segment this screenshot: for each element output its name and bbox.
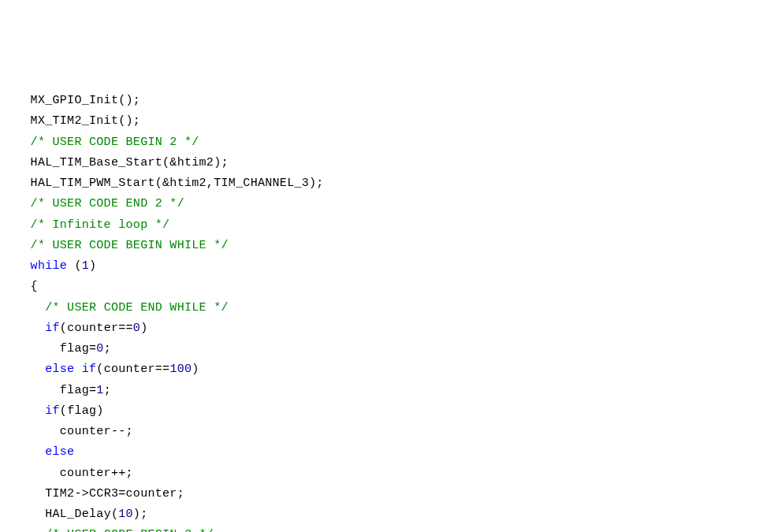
indent xyxy=(16,218,31,232)
number-token: 0 xyxy=(96,342,103,355)
code-line: TIM2->CCR3=counter; xyxy=(16,484,762,504)
number-token: 100 xyxy=(169,363,192,376)
plain-token: ; xyxy=(104,384,111,397)
indent xyxy=(16,259,31,273)
code-line: counter++; xyxy=(16,463,762,484)
comment-token: /* USER CODE BEGIN 2 */ xyxy=(31,136,199,149)
keyword-token: else xyxy=(45,363,74,376)
code-line: /* Infinite loop */ xyxy=(16,215,762,236)
plain-token: counter--; xyxy=(60,425,133,438)
plain-token: ( xyxy=(67,259,82,273)
plain-token: flag= xyxy=(60,342,97,355)
keyword-token: else xyxy=(45,445,74,459)
plain-token xyxy=(74,363,81,376)
code-line: /* USER CODE BEGIN 2 */ xyxy=(16,132,762,153)
indent xyxy=(16,363,45,376)
code-line: else if(counter==100) xyxy=(16,359,762,380)
number-token: 1 xyxy=(82,259,89,273)
code-line: HAL_TIM_Base_Start(&htim2); xyxy=(16,153,762,173)
code-line: if(counter==0) xyxy=(16,318,762,339)
code-line: MX_TIM2_Init(); xyxy=(16,111,762,132)
code-line: /* USER CODE BEGIN WHILE */ xyxy=(16,236,762,256)
indent xyxy=(16,94,31,107)
indent xyxy=(16,156,31,169)
plain-token: flag= xyxy=(60,384,97,397)
keyword-token: if xyxy=(45,404,60,418)
indent xyxy=(16,280,31,293)
comment-token: /* Infinite loop */ xyxy=(31,218,170,232)
plain-token: HAL_TIM_Base_Start(&htim2); xyxy=(31,156,229,169)
code-line: flag=0; xyxy=(16,339,762,359)
indent xyxy=(16,445,45,459)
code-line: HAL_Delay(10); xyxy=(16,504,762,525)
comment-token: /* USER CODE END WHILE */ xyxy=(45,301,229,314)
indent xyxy=(16,342,60,355)
indent xyxy=(16,528,45,532)
keyword-token: while xyxy=(31,259,68,273)
code-line: else xyxy=(16,442,762,463)
code-line: HAL_TIM_PWM_Start(&htim2,TIM_CHANNEL_3); xyxy=(16,173,762,194)
plain-token: counter++; xyxy=(60,467,133,480)
indent xyxy=(16,197,31,210)
plain-token: ) xyxy=(140,322,147,335)
comment-token: /* USER CODE END 2 */ xyxy=(31,197,184,210)
indent xyxy=(16,177,31,190)
plain-token: (counter== xyxy=(60,322,133,335)
number-token: 0 xyxy=(133,322,140,335)
indent xyxy=(16,467,60,480)
comment-token: /* USER CODE BEGIN WHILE */ xyxy=(31,239,229,252)
comment-token: /* USER CODE BEGIN 3 */ xyxy=(45,528,214,532)
code-line: { xyxy=(16,277,762,297)
number-token: 10 xyxy=(118,508,133,521)
code-line: /* USER CODE END 2 */ xyxy=(16,194,762,214)
indent xyxy=(16,322,45,335)
indent xyxy=(16,114,31,128)
indent xyxy=(16,384,60,397)
indent xyxy=(16,508,45,521)
indent xyxy=(16,425,60,438)
code-block: MX_GPIO_Init(); MX_TIM2_Init(); /* USER … xyxy=(16,91,762,532)
plain-token: HAL_Delay( xyxy=(45,508,118,521)
code-line: while (1) xyxy=(16,256,762,277)
code-line: counter--; xyxy=(16,422,762,442)
indent xyxy=(16,136,31,149)
indent xyxy=(16,404,45,418)
plain-token: ; xyxy=(104,342,111,355)
plain-token: ) xyxy=(89,259,96,273)
plain-token: HAL_TIM_PWM_Start(&htim2,TIM_CHANNEL_3); xyxy=(31,177,324,190)
plain-token: { xyxy=(31,280,38,293)
code-line: flag=1; xyxy=(16,381,762,401)
indent xyxy=(16,239,31,252)
plain-token: MX_TIM2_Init(); xyxy=(31,114,141,128)
code-line: /* USER CODE BEGIN 3 */ xyxy=(16,525,762,532)
indent xyxy=(16,487,45,500)
plain-token: ) xyxy=(192,363,199,376)
indent xyxy=(16,301,45,314)
number-token: 1 xyxy=(96,384,103,397)
code-line: /* USER CODE END WHILE */ xyxy=(16,298,762,318)
plain-token: (counter== xyxy=(96,363,169,376)
keyword-token: if xyxy=(45,322,60,335)
plain-token: ); xyxy=(133,508,148,521)
plain-token: MX_GPIO_Init(); xyxy=(31,94,141,107)
plain-token: (flag) xyxy=(60,404,104,418)
code-line: if(flag) xyxy=(16,401,762,422)
plain-token: TIM2->CCR3=counter; xyxy=(45,487,184,500)
code-line: MX_GPIO_Init(); xyxy=(16,91,762,111)
keyword-token: if xyxy=(82,363,97,376)
